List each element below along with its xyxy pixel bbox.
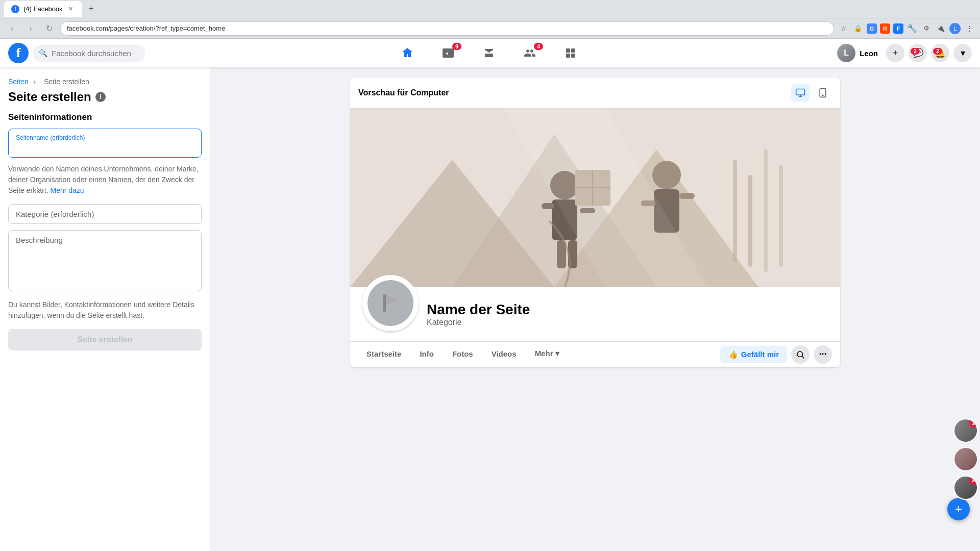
refresh-button[interactable]: ↻ bbox=[42, 21, 56, 36]
tab-info[interactable]: Info bbox=[411, 342, 442, 367]
preview-header: Vorschau für Computer bbox=[350, 78, 840, 109]
user-avatar-btn[interactable]: L Leon bbox=[833, 42, 882, 64]
tab-bar: f (4) Facebook ✕ + bbox=[4, 1, 99, 17]
facebook-logo[interactable]: f bbox=[8, 43, 29, 63]
breadcrumb: Seiten › Seite erstellen bbox=[8, 78, 202, 86]
menu-dots[interactable]: ⋮ bbox=[964, 23, 975, 34]
main-layout: Seiten › Seite erstellen Seite erstellen… bbox=[0, 67, 980, 551]
tab-favicon: f bbox=[11, 5, 19, 13]
account-menu-button[interactable]: ▾ bbox=[953, 44, 972, 62]
chat-badge-3: 2 bbox=[969, 475, 978, 485]
search-button[interactable] bbox=[791, 345, 810, 364]
chat-head-3[interactable]: 2 bbox=[953, 475, 978, 500]
tab-videos[interactable]: Videos bbox=[483, 342, 525, 367]
mobile-view-button[interactable] bbox=[814, 84, 832, 102]
page-name-field[interactable]: Seitenname (erforderlich) bbox=[8, 129, 202, 158]
forward-button[interactable]: › bbox=[23, 21, 38, 36]
ext-icon-4[interactable]: F bbox=[893, 23, 903, 34]
nav-groups[interactable]: 4 bbox=[509, 39, 550, 67]
fb-ext-icon[interactable]: 🔧 bbox=[906, 23, 918, 34]
profile-pic-inner bbox=[368, 280, 413, 326]
ext-icon-1[interactable]: 🔒 bbox=[852, 23, 864, 34]
notifications-button[interactable]: 🔔 2 bbox=[931, 44, 949, 62]
tab-mehr[interactable]: Mehr ▾ bbox=[527, 342, 568, 367]
svg-point-31 bbox=[797, 352, 803, 357]
desktop-view-button[interactable] bbox=[791, 84, 810, 102]
ext-icon-6[interactable]: 🔌 bbox=[935, 23, 946, 34]
svg-rect-28 bbox=[779, 165, 783, 267]
address-bar-row: ‹ › ↻ facebook.com/pages/creation/?ref_t… bbox=[0, 18, 980, 39]
category-field[interactable]: Kategorie (erforderlich) bbox=[8, 204, 202, 224]
star-icon[interactable]: ☆ bbox=[838, 23, 849, 34]
ext-icon-3[interactable]: R bbox=[880, 23, 890, 34]
svg-marker-30 bbox=[386, 294, 398, 305]
facebook-navbar: f 🔍 9 4 L bbox=[0, 39, 980, 67]
messenger-badge: 2 bbox=[911, 48, 920, 55]
page-name-label: Seitenname (erforderlich) bbox=[16, 134, 194, 141]
tab-close-btn[interactable]: ✕ bbox=[67, 5, 75, 13]
active-tab[interactable]: f (4) Facebook ✕ bbox=[4, 1, 82, 17]
nav-right: L Leon + 💬 2 🔔 2 ▾ bbox=[833, 42, 972, 64]
preview-container: Vorschau für Computer bbox=[350, 78, 840, 367]
breadcrumb-link-pages[interactable]: Seiten bbox=[8, 78, 29, 86]
thumbs-up-icon: 👍 bbox=[728, 350, 738, 359]
profile-category-placeholder: Kategorie bbox=[427, 318, 828, 327]
new-tab-button[interactable]: + bbox=[84, 2, 99, 16]
page-default-icon bbox=[378, 290, 403, 316]
svg-rect-26 bbox=[748, 175, 752, 267]
chat-head-2[interactable] bbox=[953, 447, 978, 471]
profile-picture bbox=[362, 275, 419, 331]
profile-name-placeholder: Name der Seite bbox=[427, 302, 828, 318]
like-button[interactable]: 👍 Gefällt mir bbox=[720, 346, 787, 363]
more-actions-button[interactable]: ··· bbox=[814, 345, 832, 364]
description-field[interactable]: Beschreibung bbox=[8, 230, 202, 291]
page-title-text: Seite erstellen bbox=[8, 90, 91, 104]
category-placeholder: Kategorie (erforderlich) bbox=[16, 210, 194, 218]
name-helper-text: Verwende den Namen deines Unternehmens, … bbox=[8, 164, 202, 196]
breadcrumb-separator: › bbox=[34, 78, 36, 86]
svg-point-6 bbox=[822, 95, 823, 96]
floating-add-button[interactable]: + bbox=[947, 498, 970, 520]
svg-rect-29 bbox=[383, 294, 386, 312]
tab-startseite[interactable]: Startseite bbox=[358, 342, 409, 367]
svg-rect-3 bbox=[571, 54, 575, 58]
nav-home[interactable] bbox=[387, 39, 428, 67]
svg-point-20 bbox=[652, 161, 681, 189]
back-button[interactable]: ‹ bbox=[5, 21, 19, 36]
url-bar[interactable]: facebook.com/pages/creation/?ref_type=co… bbox=[60, 21, 834, 36]
breadcrumb-current: Seite erstellen bbox=[44, 78, 89, 86]
nav-pages[interactable] bbox=[550, 39, 591, 67]
chat-head-1[interactable]: 1 bbox=[953, 418, 978, 443]
nav-video[interactable]: 9 bbox=[428, 39, 469, 67]
helper-text-content: Verwende den Namen deines Unternehmens, … bbox=[8, 165, 199, 194]
info-icon-button[interactable]: i bbox=[95, 92, 106, 102]
video-badge: 9 bbox=[452, 43, 461, 50]
page-name-input[interactable] bbox=[16, 143, 194, 152]
ext-icon-2[interactable]: G bbox=[867, 23, 877, 34]
tab-fotos[interactable]: Fotos bbox=[444, 342, 481, 367]
svg-rect-1 bbox=[571, 48, 575, 53]
mehr-dazu-link[interactable]: Mehr dazu bbox=[50, 186, 84, 194]
svg-rect-4 bbox=[796, 89, 805, 95]
svg-line-32 bbox=[802, 356, 804, 358]
nav-marketplace[interactable] bbox=[469, 39, 509, 67]
search-input[interactable] bbox=[52, 49, 139, 58]
left-panel: Seiten › Seite erstellen Seite erstellen… bbox=[0, 67, 210, 551]
chat-badge-1: 1 bbox=[969, 418, 978, 428]
groups-badge: 4 bbox=[534, 43, 543, 50]
tab-actions: 👍 Gefällt mir ··· bbox=[720, 345, 832, 364]
plus-icon: + bbox=[893, 48, 898, 59]
search-icon: 🔍 bbox=[39, 49, 47, 57]
browser-tab-bar: f (4) Facebook ✕ + bbox=[0, 0, 980, 18]
search-bar[interactable]: 🔍 bbox=[33, 45, 145, 62]
bell-badge: 2 bbox=[933, 48, 942, 55]
messenger-button[interactable]: 💬 2 bbox=[909, 44, 927, 62]
cover-illustration bbox=[350, 109, 840, 287]
create-page-button[interactable]: Seite erstellen bbox=[8, 329, 202, 350]
ext-icon-5[interactable]: ⚙ bbox=[921, 23, 932, 34]
description-placeholder: Beschreibung bbox=[16, 236, 194, 244]
profile-icon[interactable]: L bbox=[949, 23, 961, 34]
plus-icon: + bbox=[955, 502, 962, 516]
cover-photo-area bbox=[350, 109, 840, 287]
plus-button[interactable]: + bbox=[886, 44, 904, 62]
